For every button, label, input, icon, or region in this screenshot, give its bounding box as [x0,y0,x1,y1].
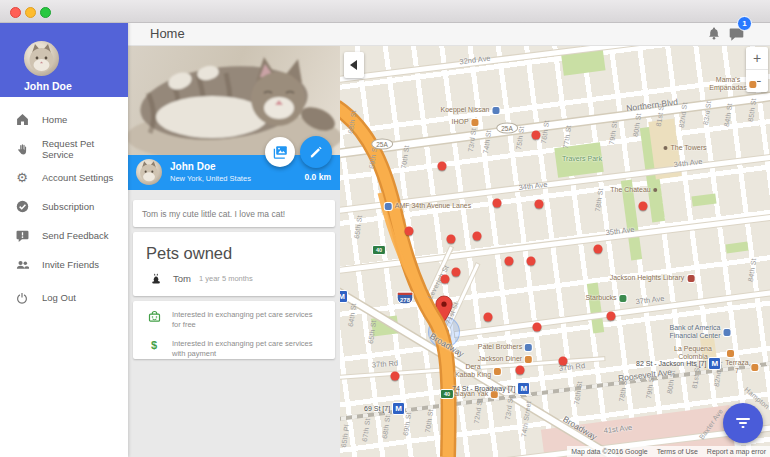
subway-m-icon: M [708,357,721,370]
street-label: 82nd St [678,102,688,128]
sidebar-user-name: John Doe [24,80,72,92]
sidebar-item-request-pet-service[interactable]: Request Pet Service [0,134,128,163]
street-label: 73rd St [467,128,477,153]
pet-marker-dot[interactable] [533,323,542,332]
poi-label[interactable]: Dera Kabab King [455,363,501,379]
pet-marker-dot[interactable] [438,162,447,171]
pet-marker-dot[interactable] [493,199,502,208]
route-shield: 25A [371,139,393,150]
street-label: 71st St [444,301,459,325]
station-label: 74 St - Broadway [7] [452,385,515,392]
poi-label[interactable]: Jackson Diner [478,355,532,363]
sidebar-item-send-feedback[interactable]: Send Feedback [0,221,128,250]
sidebar-item-label: Subscription [42,201,94,212]
notifications-bell-icon[interactable] [707,26,721,45]
pet-marker-dot[interactable] [405,227,414,236]
poi-text: The Towers [670,144,706,152]
poi-label[interactable]: Jackson Heights Library [610,274,695,282]
poi-icon [385,202,392,209]
subway-station[interactable]: 82 St - Jackson Hts [7]M [636,357,721,370]
pet-marker-dot[interactable] [639,202,648,211]
terms-of-use-link[interactable]: Terms of Use [657,448,698,455]
subway-station[interactable]: 74 St - Broadway [7]M [452,382,530,395]
pet-marker-dot[interactable] [391,372,400,381]
street-label: 65th Pl [340,424,350,448]
pet-marker-dot[interactable] [532,131,541,140]
sidebar-item-account-settings[interactable]: ⚙ Account Settings [0,163,128,192]
pet-marker-dot[interactable] [559,357,568,366]
street-label: Baxter Ave [698,407,724,440]
subway-m-icon: M [340,290,348,303]
avenue-label: 32nd Ave [459,54,491,67]
pet-marker-dot[interactable] [516,366,525,375]
poi-text: Travers Park [562,155,602,163]
topbar: Home [128,22,770,46]
poi-label[interactable]: Koeppel Nissan [440,106,499,114]
pet-marker-dot[interactable] [484,313,493,322]
street-label: 74th St [482,130,492,154]
sidebar-item-subscription[interactable]: Subscription [0,192,128,221]
avenue-label: 34th Ave [673,157,703,169]
map-attribution: Map data ©2016 Google Terms of Use Repor… [567,446,770,457]
poi-label[interactable]: AMF 34th Avenue Lanes [385,202,472,210]
pet-row[interactable]: Tom 1 year 5 months [151,273,335,284]
change-photo-button[interactable] [265,137,295,167]
poi-label[interactable]: The Towers [663,144,706,152]
minimize-button[interactable] [25,7,36,18]
pets-card: Pets owned Tom 1 year 5 months [133,232,335,296]
poi-icon [620,294,627,301]
street-label: 84th St [747,258,757,282]
pet-marker-dot[interactable] [535,200,544,209]
pet-name: Tom [173,273,191,284]
poi-icon [727,350,734,357]
subway-station[interactable]: 65 St [M R]M [340,290,348,303]
fullscreen-button[interactable] [40,7,51,18]
sidebar-item-invite-friends[interactable]: Invite Friends [0,250,128,279]
sidebar-item-label: Request Pet Service [42,138,128,160]
poi-icon [493,106,500,113]
pet-marker-dot[interactable] [447,235,456,244]
poi-label[interactable]: Bank of America Financial Center [670,324,731,340]
profile-avatar[interactable] [136,159,162,185]
pet-marker-dot[interactable] [594,245,603,254]
sidebar-item-home[interactable]: Home [0,105,128,134]
subway-station[interactable]: 69 St [7]M [364,402,405,415]
avenue-label: Northern Blvd [626,97,679,114]
home-icon [15,113,29,127]
street-label: 83rd St [702,101,712,126]
report-map-error-link[interactable]: Report a map error [707,448,766,455]
poi-label[interactable]: Travers Park [562,155,602,163]
poi-label[interactable]: The Chateau [610,186,657,194]
poi-text: The Chateau [610,186,650,194]
sidebar-item-label: Home [42,114,67,125]
poi-label[interactable]: Mama's Empanadas [709,76,756,92]
pet-marker-dot[interactable] [452,268,461,277]
pet-marker-dot[interactable] [607,312,616,321]
avatar[interactable] [24,41,59,76]
poi-label[interactable]: Starbucks [585,294,626,302]
poi-icon [663,146,667,150]
sidebar-item-label: Account Settings [42,172,113,183]
street-label: 70th St [400,145,410,169]
avenue-label: 34th Ave [518,180,548,192]
poi-label[interactable]: Terraza 7 [725,359,758,375]
sidebar-item-log-out[interactable]: Log Out [0,283,128,312]
subway-m-icon: M [517,382,530,395]
route-shield: 40 [440,389,454,399]
pet-marker-dot[interactable] [527,257,536,266]
street-label: 79th St [608,121,618,145]
pet-marker-dot[interactable] [441,275,450,284]
poi-text: Jackson Diner [478,355,522,363]
avenue-label: Broadway [561,414,599,442]
pet-marker-dot[interactable] [473,232,482,241]
poi-label[interactable]: IHOP [451,118,478,126]
street-label: 76th St [540,120,550,144]
poi-icon [494,368,501,375]
poi-label[interactable]: Patel Brothers [478,343,532,351]
edit-profile-button[interactable] [300,136,332,168]
map[interactable]: 68th St69th St70th St73rd St74th St75th … [340,45,770,457]
poi-icon [687,274,694,281]
pet-marker-dot[interactable] [505,257,514,266]
close-button[interactable] [10,7,21,18]
bio-text: Tom is my cute little cat. I love ma cat… [142,209,285,219]
